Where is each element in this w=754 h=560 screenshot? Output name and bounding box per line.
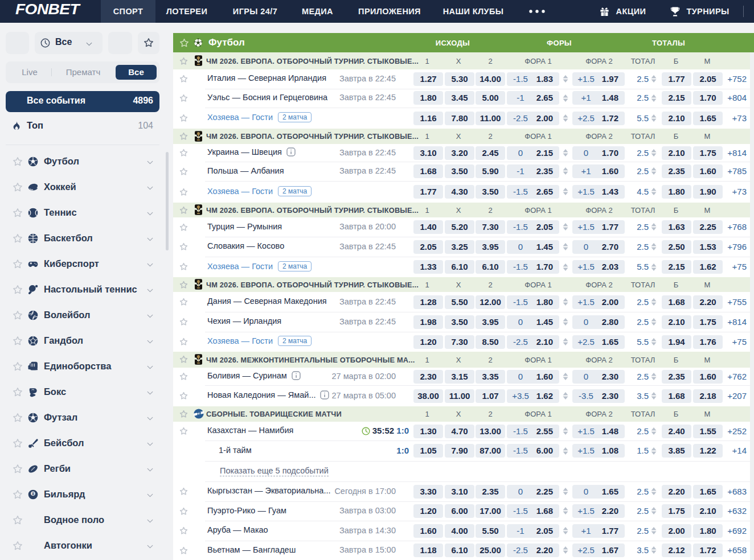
svg-text:8: 8 xyxy=(32,492,34,496)
